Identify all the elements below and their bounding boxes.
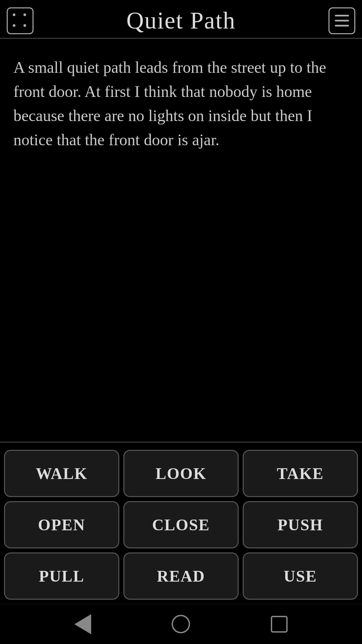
nav-recent-button[interactable] <box>267 612 291 636</box>
home-icon <box>172 615 190 633</box>
back-icon <box>74 614 91 634</box>
nav-bar <box>0 604 362 644</box>
pull-button[interactable]: PULL <box>4 552 119 600</box>
page-title: Quiet Path <box>126 7 236 35</box>
story-text: A small quiet path leads from the street… <box>13 55 349 152</box>
menu-line-1 <box>335 15 349 16</box>
dice-dots-graphic <box>13 13 27 28</box>
action-grid: WALK LOOK TAKE OPEN CLOSE PUSH PULL READ… <box>0 446 362 604</box>
nav-home-button[interactable] <box>169 612 193 636</box>
use-button[interactable]: USE <box>243 552 358 600</box>
read-button[interactable]: READ <box>123 552 239 600</box>
menu-button[interactable] <box>328 7 355 34</box>
divider <box>0 442 362 442</box>
menu-line-3 <box>335 25 349 26</box>
story-area: A small quiet path leads from the street… <box>0 39 362 442</box>
dice-icon[interactable] <box>7 7 34 34</box>
take-button[interactable]: TAKE <box>243 450 358 497</box>
push-button[interactable]: PUSH <box>243 501 358 548</box>
walk-button[interactable]: WALK <box>4 450 119 497</box>
nav-back-button[interactable] <box>71 612 95 636</box>
close-button[interactable]: CLOSE <box>123 501 239 548</box>
menu-line-2 <box>335 20 349 21</box>
open-button[interactable]: OPEN <box>4 501 119 548</box>
recent-icon <box>271 616 288 633</box>
app-header: Quiet Path <box>0 0 362 39</box>
look-button[interactable]: LOOK <box>123 450 239 497</box>
